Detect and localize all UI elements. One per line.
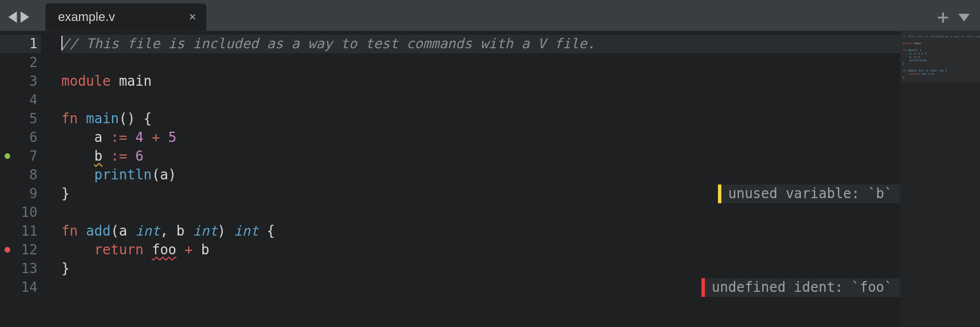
code-line[interactable] bbox=[61, 91, 900, 110]
number: 6 bbox=[135, 148, 143, 164]
function-name: main bbox=[86, 111, 119, 127]
punct: , bbox=[160, 223, 168, 239]
code-line[interactable]: a := 4 + 5 bbox=[61, 128, 900, 147]
code-line[interactable]: // This file is included as a way to tes… bbox=[61, 35, 900, 53]
identifier: a bbox=[160, 167, 168, 183]
close-icon[interactable]: × bbox=[189, 10, 196, 24]
code-line[interactable] bbox=[61, 53, 900, 72]
line-number: 11 bbox=[0, 222, 41, 241]
code-line[interactable]: return foo + b undefined ident: `foo` bbox=[61, 241, 900, 259]
gutter: 1234567891011121314 bbox=[0, 31, 41, 327]
identifier: main bbox=[119, 73, 152, 89]
gutter-marker[interactable] bbox=[5, 247, 10, 253]
line-number: 8 bbox=[0, 166, 41, 185]
tab-filename: example.v bbox=[58, 10, 115, 24]
code-line[interactable] bbox=[61, 203, 900, 222]
line-number: 1 bbox=[0, 35, 41, 53]
identifier: b bbox=[201, 242, 209, 258]
return-type: int bbox=[234, 223, 259, 239]
code-line[interactable]: } bbox=[61, 185, 900, 203]
new-tab-icon[interactable] bbox=[938, 12, 948, 23]
comment-text: // This file is included as a way to tes… bbox=[61, 36, 595, 52]
number: 4 bbox=[135, 129, 143, 145]
punct: () { bbox=[119, 111, 152, 127]
line-number: 9 bbox=[0, 185, 41, 203]
tab-menu-icon[interactable] bbox=[958, 14, 970, 22]
keyword: fn bbox=[61, 111, 78, 127]
nav-back-icon[interactable] bbox=[8, 11, 18, 23]
identifier-error: foo bbox=[152, 242, 176, 258]
identifier-warning: b bbox=[94, 148, 102, 164]
punct: ) bbox=[168, 167, 176, 183]
code-line[interactable]: fn add(a int, b int) int { bbox=[61, 222, 900, 241]
line-number: 5 bbox=[0, 110, 41, 128]
code-area[interactable]: // This file is included as a way to tes… bbox=[41, 31, 900, 327]
line-number: 10 bbox=[0, 203, 41, 222]
punct: } bbox=[61, 261, 69, 276]
punct: ) bbox=[218, 223, 226, 239]
history-nav bbox=[6, 11, 45, 31]
nav-forward-icon[interactable] bbox=[19, 11, 30, 23]
line-number: 2 bbox=[0, 53, 41, 72]
code-line[interactable]: println(a) bbox=[61, 166, 900, 185]
punct: { bbox=[267, 223, 275, 239]
function-call: println bbox=[94, 167, 152, 183]
line-number: 6 bbox=[0, 128, 41, 147]
code-line[interactable] bbox=[61, 278, 900, 297]
minimap-viewport[interactable] bbox=[900, 31, 980, 82]
function-name: add bbox=[86, 223, 110, 239]
editor: 1234567891011121314 // This file is incl… bbox=[0, 31, 980, 327]
operator: := bbox=[111, 129, 127, 145]
type: int bbox=[193, 223, 217, 239]
keyword: return bbox=[94, 242, 144, 258]
code-line[interactable]: fn main() { bbox=[61, 110, 900, 128]
number: 5 bbox=[168, 129, 176, 145]
file-tab[interactable]: example.v × bbox=[45, 3, 206, 31]
punct: ( bbox=[152, 167, 160, 183]
type: int bbox=[135, 223, 160, 239]
code-line[interactable]: module main bbox=[61, 72, 900, 91]
line-number: 3 bbox=[0, 72, 41, 91]
punct: ( bbox=[111, 223, 119, 239]
tab-bar: example.v × bbox=[0, 0, 980, 31]
operator: := bbox=[111, 148, 127, 164]
line-number: 13 bbox=[0, 259, 41, 278]
identifier: a bbox=[94, 129, 102, 145]
punct: } bbox=[61, 186, 69, 202]
operator: + bbox=[152, 129, 160, 145]
code-line[interactable]: b := 6 unused variable: `b` bbox=[61, 147, 900, 166]
text-cursor bbox=[61, 36, 63, 51]
operator: + bbox=[185, 242, 193, 258]
keyword: fn bbox=[61, 223, 78, 239]
line-number: 14 bbox=[0, 278, 41, 297]
code-line[interactable]: } bbox=[61, 259, 900, 278]
gutter-marker[interactable] bbox=[5, 153, 10, 159]
line-number: 4 bbox=[0, 91, 41, 110]
param: b bbox=[176, 223, 184, 239]
param: a bbox=[119, 223, 127, 239]
keyword: module bbox=[61, 73, 111, 89]
minimap[interactable]: // This file is included as a way to tes… bbox=[900, 31, 980, 327]
